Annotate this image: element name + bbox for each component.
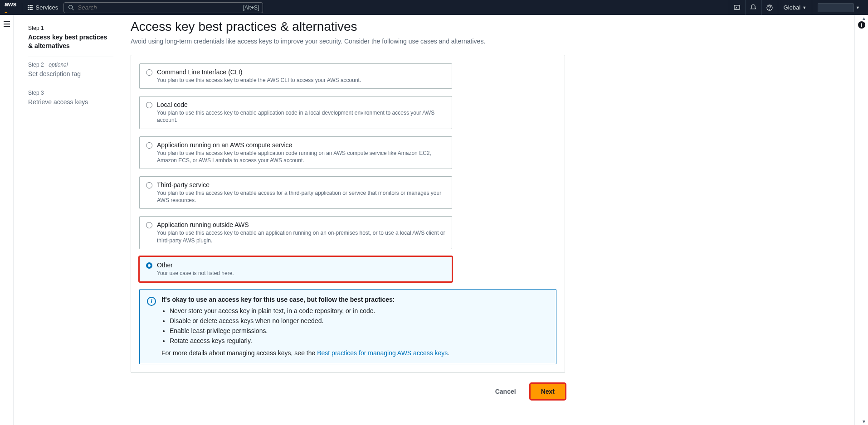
option-title: Application running outside AWS bbox=[157, 221, 445, 228]
aws-logo[interactable]: aws ⌣ bbox=[5, 0, 16, 15]
wizard-steps: Step 1 Access key best practices & alter… bbox=[14, 15, 118, 425]
option-desc: Your use case is not listed here. bbox=[157, 270, 234, 277]
option-other[interactable]: Other Your use case is not listed here. bbox=[139, 256, 452, 282]
step-number: Step 3 bbox=[28, 90, 113, 96]
wizard-step-1[interactable]: Step 1 Access key best practices & alter… bbox=[28, 20, 113, 57]
svg-point-0 bbox=[69, 5, 73, 9]
radio-icon[interactable] bbox=[146, 182, 152, 188]
radio-icon[interactable] bbox=[146, 262, 152, 269]
account-box bbox=[818, 3, 854, 12]
region-selector[interactable]: Global ▼ bbox=[778, 0, 812, 15]
notifications-icon[interactable] bbox=[745, 0, 761, 15]
option-title: Application running on an AWS compute se… bbox=[157, 141, 445, 149]
option-title: Third-party service bbox=[157, 181, 445, 188]
account-menu[interactable]: ▼ bbox=[812, 0, 863, 15]
step-number: Step 1 bbox=[28, 25, 113, 31]
top-nav: aws ⌣ Services [Alt+S] Global ▼ bbox=[0, 0, 868, 15]
wizard-step-2[interactable]: Step 2 - optional Set description tag bbox=[28, 57, 113, 85]
option-outside-aws[interactable]: Application running outside AWS You plan… bbox=[139, 216, 452, 249]
left-rail bbox=[0, 15, 14, 425]
cloudshell-icon[interactable] bbox=[729, 0, 745, 15]
option-aws-compute[interactable]: Application running on an AWS compute se… bbox=[139, 136, 452, 169]
main-content: Access key best practices & alternatives… bbox=[118, 15, 854, 425]
radio-icon[interactable] bbox=[146, 102, 152, 108]
right-rail: i ▲ ▼ bbox=[854, 15, 868, 425]
sidebar-toggle[interactable] bbox=[4, 21, 10, 27]
svg-line-1 bbox=[72, 9, 73, 10]
option-title: Local code bbox=[157, 101, 445, 108]
page-title: Access key best practices & alternatives bbox=[131, 19, 842, 34]
wizard-actions: Cancel Next bbox=[131, 384, 565, 399]
radio-icon[interactable] bbox=[146, 69, 152, 76]
option-desc: You plan to use this access key to enabl… bbox=[157, 77, 361, 84]
option-title: Other bbox=[157, 261, 234, 269]
option-desc: You plan to use this access key to enabl… bbox=[157, 189, 445, 204]
search-icon bbox=[68, 4, 75, 11]
info-title: It's okay to use an access key for this … bbox=[161, 296, 449, 303]
info-bullet: Enable least-privilege permissions. bbox=[170, 326, 449, 336]
scrollbar[interactable]: ▲ ▼ bbox=[861, 15, 867, 425]
main-wrap: Step 1 Access key best practices & alter… bbox=[0, 15, 868, 425]
info-bullet: Disable or delete access keys when no lo… bbox=[170, 316, 449, 326]
option-cli[interactable]: Command Line Interface (CLI) You plan to… bbox=[139, 63, 452, 89]
grid-icon bbox=[28, 5, 33, 10]
search-shortcut: [Alt+S] bbox=[243, 5, 259, 11]
services-menu[interactable]: Services bbox=[28, 4, 58, 11]
next-button[interactable]: Next bbox=[531, 384, 565, 399]
option-third-party[interactable]: Third-party service You plan to use this… bbox=[139, 176, 452, 209]
search-input[interactable] bbox=[78, 4, 132, 11]
topnav-right: Global ▼ ▼ bbox=[729, 0, 863, 15]
aws-smile-icon: ⌣ bbox=[5, 10, 8, 14]
caret-down-icon: ▼ bbox=[802, 5, 806, 10]
info-icon: i bbox=[147, 297, 156, 306]
services-label: Services bbox=[35, 4, 58, 11]
svg-point-4 bbox=[770, 9, 770, 9]
page-description: Avoid using long-term credentials like a… bbox=[131, 38, 539, 45]
option-title: Command Line Interface (CLI) bbox=[157, 68, 361, 76]
scroll-down-icon[interactable]: ▼ bbox=[862, 419, 866, 424]
info-bullet-list: Never store your access key in plain tex… bbox=[161, 306, 449, 346]
option-desc: You plan to use this access key to enabl… bbox=[157, 229, 445, 244]
svg-rect-2 bbox=[734, 5, 740, 9]
step-title: Retrieve access keys bbox=[28, 98, 113, 106]
info-more: For more details about managing access k… bbox=[161, 349, 449, 357]
step-title: Access key best practices & alternatives bbox=[28, 33, 113, 50]
radio-icon[interactable] bbox=[146, 142, 152, 149]
option-desc: You plan to use this access key to enabl… bbox=[157, 109, 445, 124]
help-icon[interactable] bbox=[761, 0, 778, 15]
region-label: Global bbox=[784, 4, 801, 11]
info-bullet: Never store your access key in plain tex… bbox=[170, 306, 449, 316]
global-search[interactable]: [Alt+S] bbox=[63, 2, 263, 13]
best-practices-link[interactable]: Best practices for managing AWS access k… bbox=[317, 349, 448, 357]
info-bullet: Rotate access keys regularly. bbox=[170, 336, 449, 346]
option-desc: You plan to use this access key to enabl… bbox=[157, 150, 445, 164]
step-number: Step 2 - optional bbox=[28, 62, 113, 68]
cancel-button[interactable]: Cancel bbox=[486, 384, 525, 399]
radio-icon[interactable] bbox=[146, 222, 152, 228]
step-title: Set description tag bbox=[28, 70, 113, 78]
divider bbox=[22, 3, 22, 12]
best-practices-info: i It's okay to use an access key for thi… bbox=[139, 289, 556, 364]
caret-down-icon: ▼ bbox=[856, 5, 860, 10]
option-local-code[interactable]: Local code You plan to use this access k… bbox=[139, 96, 452, 129]
wizard-step-3[interactable]: Step 3 Retrieve access keys bbox=[28, 85, 113, 113]
aws-logo-text: aws bbox=[5, 0, 16, 8]
options-panel: Command Line Interface (CLI) You plan to… bbox=[131, 55, 565, 373]
scroll-up-icon[interactable]: ▲ bbox=[862, 16, 866, 21]
